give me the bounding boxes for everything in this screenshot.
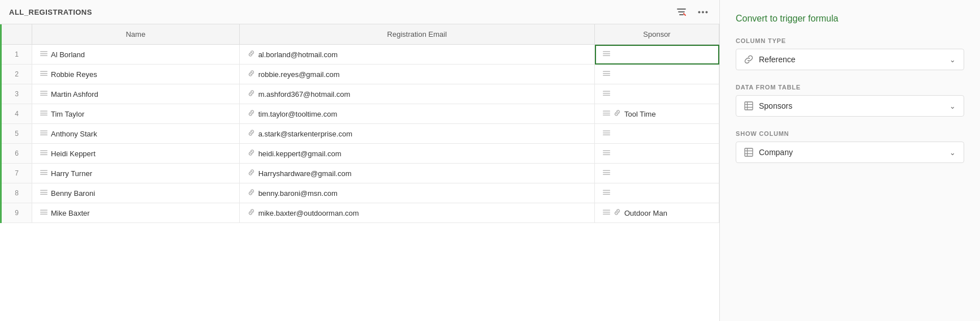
cell-sponsor[interactable] [595,164,719,183]
cell-email[interactable]: Harryshardware@gmail.com [239,164,594,183]
svg-rect-6 [40,55,48,57]
svg-rect-4 [40,52,48,53]
email-link-icon [248,70,255,79]
svg-rect-15 [603,75,610,76]
svg-rect-21 [603,95,610,96]
sponsor-row-icon [603,50,610,58]
table-wrapper: Name Registration Email Sponsor 1 Al Bor… [0,24,719,321]
svg-rect-28 [40,131,48,132]
email-link-icon [248,149,255,158]
data-from-table-section: DATA FROM TABLE Sponsors ⌄ [736,84,964,117]
cell-sponsor[interactable]: Outdoor Man [595,203,719,223]
svg-rect-9 [603,55,610,57]
svg-rect-34 [40,151,48,152]
cell-email[interactable]: benny.baroni@msn.com [239,183,594,203]
svg-rect-29 [40,132,48,134]
email-text: robbie.reyes@gmail.com [258,70,340,79]
cell-sponsor[interactable] [595,45,719,65]
cell-email[interactable]: al.borland@hotmail.com [239,45,594,65]
cell-name[interactable]: Tim Taylor [32,104,240,124]
data-from-table-dropdown[interactable]: Sponsors ⌄ [736,95,964,117]
right-panel: Convert to trigger formula COLUMN TYPE R… [720,0,980,321]
svg-rect-26 [603,113,610,114]
show-column-left: Company [744,148,793,157]
grid-table-icon [744,101,753,110]
cell-name[interactable]: Heidi Keppert [32,144,240,164]
cell-sponsor[interactable] [595,144,719,164]
show-column-chevron-icon: ⌄ [949,148,956,157]
show-column-dropdown[interactable]: Company ⌄ [736,142,964,163]
table-row[interactable]: 1 Al Borland al.bo [1,45,719,65]
svg-rect-51 [603,194,610,195]
table-title: ALL_REGISTRATIONS [9,8,92,16]
table-row[interactable]: 4 Tim Taylor tim.t [1,104,719,124]
svg-rect-30 [40,135,48,136]
row-menu-icon [40,50,48,58]
cell-email[interactable]: heidi.keppert@gmail.com [239,144,594,164]
table-row[interactable]: 8 Benny Baroni ben [1,183,719,203]
cell-email[interactable]: tim.taylor@tooltime.com [239,104,594,124]
svg-rect-14 [603,73,610,74]
svg-rect-47 [40,192,48,193]
more-button[interactable] [696,10,710,15]
svg-rect-41 [40,172,48,173]
svg-rect-45 [603,174,610,176]
cell-name[interactable]: Anthony Stark [32,124,240,144]
svg-rect-31 [603,131,610,132]
cell-sponsor[interactable]: Tool Time [595,104,719,124]
svg-line-0 [684,14,685,15]
email-link-icon [248,189,255,198]
data-table: Name Registration Email Sponsor 1 Al Bor… [0,24,719,223]
svg-rect-55 [603,210,610,211]
row-menu-icon [40,90,48,98]
cell-name[interactable]: Martin Ashford [32,84,240,104]
cell-email[interactable]: a.stark@starkenterprise.com [239,124,594,144]
cell-sponsor[interactable] [595,65,719,84]
sponsor-link-icon [614,109,621,118]
cell-sponsor[interactable] [595,84,719,104]
cell-name[interactable]: Al Borland [32,45,240,65]
svg-rect-23 [40,113,48,114]
svg-rect-35 [40,152,48,153]
name-text: Robbie Reyes [51,70,97,79]
convert-trigger-link[interactable]: Convert to trigger formula [736,14,964,24]
svg-rect-33 [603,135,610,136]
cell-sponsor[interactable] [595,183,719,203]
table-row[interactable]: 2 Robbie Reyes rob [1,65,719,84]
column-type-dropdown[interactable]: Reference ⌄ [736,49,964,70]
svg-rect-24 [40,115,48,116]
table-row[interactable]: 7 Harry Turner Har [1,164,719,183]
cell-email[interactable]: robbie.reyes@gmail.com [239,65,594,84]
filter-icon [676,7,687,17]
filter-button[interactable] [674,6,689,18]
table-row[interactable]: 3 Martin Ashford m [1,84,719,104]
svg-rect-62 [745,148,753,156]
svg-rect-46 [40,190,48,191]
svg-rect-16 [40,91,48,92]
cell-name[interactable]: Harry Turner [32,164,240,183]
table-row[interactable]: 9 Mike Baxter mike [1,203,719,223]
more-icon [698,11,708,14]
sponsor-row-icon [603,169,610,177]
cell-name[interactable]: Mike Baxter [32,203,240,223]
sponsor-text: Outdoor Man [624,209,667,217]
cell-sponsor[interactable] [595,124,719,144]
svg-rect-52 [40,210,48,211]
table-header-bar: ALL_REGISTRATIONS [0,0,719,24]
name-text: Mike Baxter [51,209,90,217]
cell-name[interactable]: Robbie Reyes [32,65,240,84]
svg-rect-27 [603,115,610,116]
table-row[interactable]: 6 Heidi Keppert he [1,144,719,164]
cell-name[interactable]: Benny Baroni [32,183,240,203]
table-row[interactable]: 5 Anthony Stark a. [1,124,719,144]
cell-email[interactable]: mike.baxter@outdoorman.com [239,203,594,223]
svg-rect-11 [40,73,48,74]
svg-point-3 [706,11,708,13]
svg-point-2 [702,11,704,13]
svg-rect-49 [603,190,610,191]
col-header-row [1,24,32,45]
row-menu-icon [40,70,48,78]
data-from-table-label: DATA FROM TABLE [736,84,964,91]
svg-rect-12 [40,75,48,76]
cell-email[interactable]: m.ashford367@hotmail.com [239,84,594,104]
